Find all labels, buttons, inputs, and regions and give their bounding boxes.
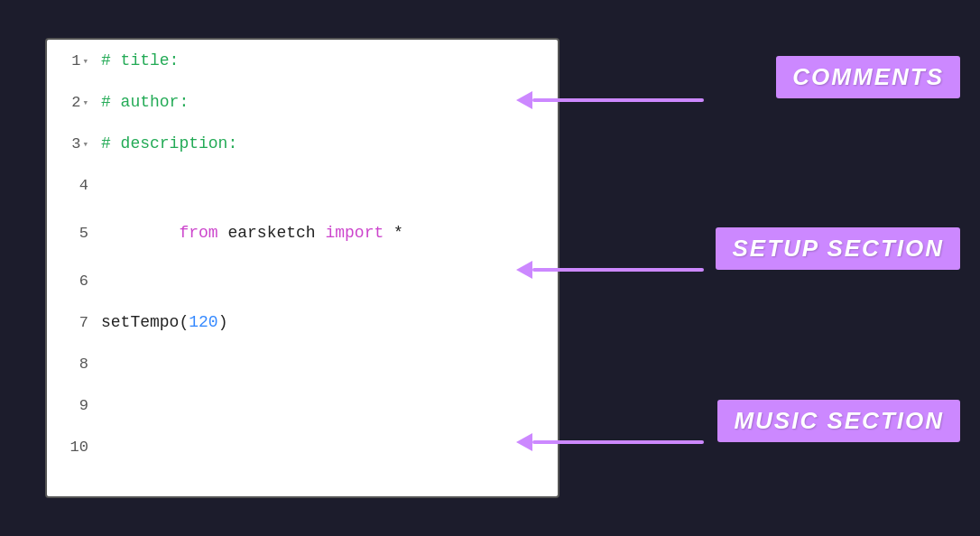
line-3-content: # description: (94, 134, 237, 152)
keyword-import: import (325, 224, 384, 242)
fold-arrow-1: ▾ (82, 55, 88, 67)
line-number-2: 2▾ (47, 94, 94, 111)
music-arrow-head (516, 433, 532, 451)
line-7-content: setTempo(120) (94, 313, 227, 331)
keyword-from: from (179, 224, 217, 242)
comments-label: COMMENTS (776, 56, 960, 98)
line-5-content: from earsketch import * (94, 206, 403, 260)
fold-arrow-3: ▾ (82, 138, 88, 150)
text-star: * (384, 224, 403, 242)
line-number-3: 3▾ (47, 135, 94, 152)
line-2-content: # author: (94, 93, 189, 111)
code-line-6: 6 (47, 260, 558, 301)
comments-arrow-shaft (532, 98, 704, 102)
music-arrow-group (516, 433, 704, 451)
code-panel: 1▾ # title: 2▾ # author: 3▾ # descriptio… (45, 38, 559, 498)
line-number-10: 10 (47, 439, 94, 456)
text-earsketch: earsketch (218, 224, 326, 242)
comments-arrow-head (516, 91, 532, 109)
line-number-6: 6 (47, 273, 94, 290)
line-number-9: 9 (47, 397, 94, 414)
code-line-1: 1▾ # title: (47, 40, 558, 81)
line-number-4: 4 (47, 177, 94, 194)
setup-arrow-head (516, 261, 532, 279)
fold-arrow-2: ▾ (82, 97, 88, 108)
comments-arrow-group (516, 91, 704, 109)
line-number-7: 7 (47, 314, 94, 331)
code-line-4: 4 (47, 164, 558, 206)
music-arrow-shaft (532, 440, 704, 444)
main-container: 1▾ # title: 2▾ # author: 3▾ # descriptio… (0, 0, 980, 536)
code-line-3: 3▾ # description: (47, 123, 558, 164)
code-line-10: 10 (47, 426, 558, 467)
line-1-content: # title: (94, 51, 179, 69)
tempo-value: 120 (189, 313, 217, 331)
setup-arrow-shaft (532, 268, 704, 272)
music-label: MUSIC SECTION (717, 400, 960, 442)
line-number-5: 5 (47, 225, 94, 242)
code-line-7: 7 setTempo(120) (47, 301, 558, 343)
setup-label: SETUP SECTION (716, 227, 960, 270)
setup-arrow-group (516, 261, 704, 279)
code-line-2: 2▾ # author: (47, 81, 558, 123)
code-line-5: 5 from earsketch import * (47, 206, 558, 260)
line-number-8: 8 (47, 356, 94, 373)
code-line-8: 8 (47, 343, 558, 384)
line-number-1: 1▾ (47, 52, 94, 69)
code-line-9: 9 (47, 384, 558, 426)
